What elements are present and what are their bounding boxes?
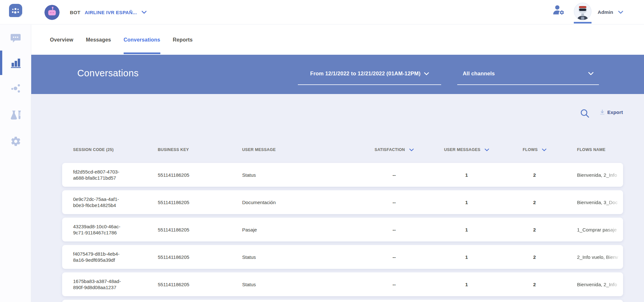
user-avatar[interactable]	[574, 3, 592, 20]
flows-name-cell: Bienvenida, 2_Info	[566, 172, 623, 178]
user-messages-cell: 1	[430, 282, 503, 287]
flows-name-cell: 1_Comprar pasaje	[566, 227, 623, 232]
column-label: SESSION CODE (25)	[73, 147, 114, 152]
sidebar	[0, 25, 31, 302]
column-header-flows-name: FLOWS NAME	[566, 147, 623, 152]
sidebar-item-scatter-nodes[interactable]	[0, 80, 31, 97]
lab-flask-icon	[10, 110, 22, 120]
avatar-active-underline	[574, 22, 592, 24]
app-logo-icon[interactable]	[9, 4, 22, 17]
tab-conversations[interactable]: Conversations	[124, 25, 160, 55]
chevron-down-icon	[618, 11, 623, 14]
bot-name: AIRLINE IVR ESPAÑ...	[85, 10, 137, 15]
business-key-cell: 551141186205	[158, 282, 242, 287]
page-title: Conversations	[77, 68, 139, 79]
session-code-cell: 43239ad8-10c0-46ac-9c71-9118467c1786	[73, 223, 158, 236]
admin-menu[interactable]: Admin	[598, 0, 623, 24]
sidebar-item-lab-flask[interactable]	[0, 107, 31, 124]
user-message-cell: Status	[242, 282, 358, 287]
user-message-cell: Status	[242, 172, 358, 178]
table-row[interactable]: fd2d55cd-e807-4703-a688-bfa8c171bd575511…	[62, 163, 623, 187]
column-header-satisfaction[interactable]: SATISFACTION	[358, 147, 430, 152]
export-label: Export	[607, 109, 623, 115]
business-key-cell: 551141186205	[158, 227, 242, 232]
tabs: OverviewMessagesConversationsReports	[31, 25, 644, 55]
flows-name-cell: Bienvenida, 2_Info	[566, 282, 623, 287]
table-row-partial[interactable]	[62, 300, 623, 302]
flows-cell: 2	[503, 172, 566, 178]
chat-bubble-icon	[10, 33, 21, 43]
download-icon	[600, 109, 605, 115]
table-row[interactable]: 43239ad8-10c0-46ac-9c71-9118467c17865511…	[62, 218, 623, 241]
conversations-table-body: fd2d55cd-e807-4703-a688-bfa8c171bd575511…	[62, 163, 644, 302]
flows-cell: 2	[503, 200, 566, 205]
business-key-cell: 551141186205	[158, 200, 242, 205]
channels-label: All channels	[463, 71, 495, 77]
flows-cell: 2	[503, 282, 566, 287]
flows-cell: 2	[503, 254, 566, 260]
flows-cell: 2	[503, 227, 566, 232]
column-label: SATISFACTION	[374, 147, 405, 152]
chevron-down-icon	[424, 72, 429, 75]
bot-avatar-icon	[44, 5, 60, 20]
satisfaction-cell: --	[358, 227, 430, 232]
column-header-flows[interactable]: FLOWS	[503, 147, 566, 152]
add-user-icon[interactable]	[553, 5, 565, 16]
session-code-cell: 1675ba83-a387-48ad-890f-9d8d08aa1237	[73, 278, 158, 290]
flows-name-cell: Bienvenida, 3_Doc	[566, 200, 623, 205]
user-message-cell: Documentación	[242, 200, 358, 205]
channels-dropdown[interactable]: All channels	[457, 55, 599, 94]
top-bar: BOT AIRLINE IVR ESPAÑ... Admin	[0, 0, 644, 24]
sort-chevron-icon	[542, 148, 546, 151]
bot-label: BOT	[70, 10, 80, 15]
gear-icon	[10, 136, 21, 147]
sidebar-item-gear[interactable]	[0, 133, 31, 150]
admin-label: Admin	[598, 9, 613, 15]
satisfaction-cell: --	[358, 200, 430, 205]
chevron-down-icon	[142, 11, 147, 14]
tab-messages[interactable]: Messages	[86, 25, 111, 55]
session-code-cell: 0e9c72dc-75aa-4af1-b0e3-f6cbe14825b4	[73, 196, 158, 208]
sort-chevron-icon	[409, 148, 414, 151]
satisfaction-cell: --	[358, 172, 430, 178]
tab-reports[interactable]: Reports	[173, 25, 193, 55]
column-label: BUSINESS KEY	[158, 147, 189, 152]
table-row[interactable]: 0e9c72dc-75aa-4af1-b0e3-f6cbe14825b45511…	[62, 190, 623, 214]
column-header-session-code-25: SESSION CODE (25)	[73, 147, 158, 152]
user-message-cell: Pasaje	[242, 227, 358, 232]
business-key-cell: 551141186205	[158, 172, 242, 178]
bot-selector[interactable]: BOT AIRLINE IVR ESPAÑ...	[44, 0, 147, 24]
table-header: SESSION CODE (25)BUSINESS KEYUSER MESSAG…	[62, 147, 623, 152]
column-header-user-message: USER MESSAGE	[242, 147, 358, 152]
column-header-user-messages[interactable]: USER MESSAGES	[430, 147, 503, 152]
column-label: FLOWS NAME	[577, 147, 605, 152]
column-label: FLOWS	[523, 147, 538, 152]
user-message-cell: Status	[242, 254, 358, 260]
column-label: USER MESSAGE	[242, 147, 276, 152]
content-area: Export SESSION CODE (25)BUSINESS KEYUSER…	[31, 94, 644, 302]
chevron-down-icon	[588, 72, 593, 75]
search-icon[interactable]	[580, 108, 590, 118]
sidebar-item-chat-bubble[interactable]	[0, 30, 31, 47]
business-key-cell: 551141186205	[158, 254, 242, 260]
satisfaction-cell: --	[358, 254, 430, 260]
session-code-cell: f4075479-d81b-4eb4-8a16-9edf695a39df	[73, 251, 158, 263]
tab-overview[interactable]: Overview	[50, 25, 73, 55]
user-messages-cell: 1	[430, 172, 503, 178]
user-messages-cell: 1	[430, 254, 503, 260]
session-code-cell: fd2d55cd-e807-4703-a688-bfa8c171bd57	[73, 169, 158, 181]
main-area: OverviewMessagesConversationsReports Con…	[31, 25, 644, 302]
user-messages-cell: 1	[430, 200, 503, 205]
sort-chevron-icon	[485, 148, 489, 151]
export-button[interactable]: Export	[600, 109, 623, 115]
bar-chart-icon	[10, 58, 21, 68]
column-label: USER MESSAGES	[444, 147, 480, 152]
table-row[interactable]: f4075479-d81b-4eb4-8a16-9edf695a39df5511…	[62, 245, 623, 269]
date-range-dropdown[interactable]: From 12/1/2022 to 12/21/2022 (01AM-12PM)	[298, 55, 441, 94]
sidebar-item-bar-chart[interactable]	[0, 55, 31, 71]
page-header-band: Conversations From 12/1/2022 to 12/21/20…	[31, 55, 644, 94]
date-range-label: From 12/1/2022 to 12/21/2022 (01AM-12PM)	[310, 71, 421, 77]
user-messages-cell: 1	[430, 227, 503, 232]
table-row[interactable]: 1675ba83-a387-48ad-890f-9d8d08aa12375511…	[62, 272, 623, 296]
satisfaction-cell: --	[358, 282, 430, 287]
